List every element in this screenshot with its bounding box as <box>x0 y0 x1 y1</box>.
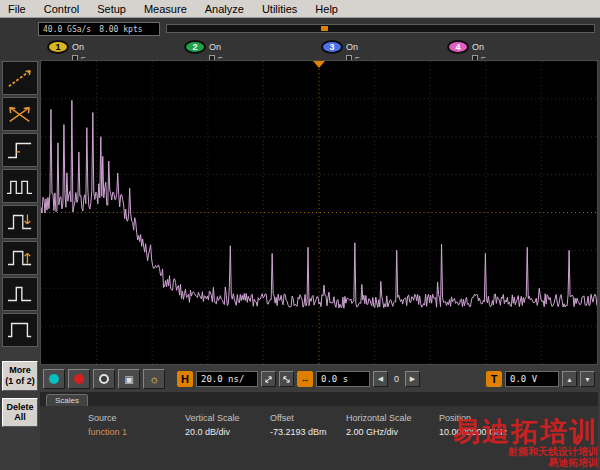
delay-field[interactable]: 0.0 s <box>316 371 370 387</box>
sample-rate-value: 40.0 GSa/s <box>43 25 91 34</box>
more-button[interactable]: More (1 of 2) <box>2 361 38 391</box>
spectrum-trace <box>41 61 597 364</box>
timebase-field[interactable]: 20.0 ns/ <box>196 371 258 387</box>
dual-arrow-tool-icon[interactable] <box>2 97 38 131</box>
tab-scales[interactable]: Scales <box>46 394 88 406</box>
channel-1-button[interactable]: 1 <box>48 41 68 53</box>
trigger-badge: T <box>486 371 502 387</box>
channel-2-group: 2 On ⌐ <box>185 41 223 62</box>
trigger-up-button[interactable]: ▲ <box>562 371 577 387</box>
timebase-compress-button[interactable] <box>279 371 294 387</box>
trigger-down-button[interactable]: ▼ <box>580 371 595 387</box>
channel-2-button[interactable]: 2 <box>185 41 205 53</box>
channel-4-button[interactable]: 4 <box>448 41 468 53</box>
header-position: Position <box>439 413 598 423</box>
window-icon: ▣ <box>124 374 133 385</box>
ramp-tool-icon[interactable] <box>2 61 38 95</box>
menu-file[interactable]: File <box>8 3 26 15</box>
timebase-expand-button[interactable] <box>261 371 276 387</box>
touch-button[interactable] <box>43 369 65 389</box>
result-offset: -73.2193 dBm <box>270 427 346 437</box>
menu-help[interactable]: Help <box>315 3 338 15</box>
stop-button[interactable] <box>93 369 115 389</box>
channel-3-state: On <box>346 42 358 52</box>
header-vertical-scale: Vertical Scale <box>185 413 270 423</box>
header-offset: Offset <box>270 413 346 423</box>
waveform-display <box>40 60 598 365</box>
screen-capture-button[interactable]: ▣ <box>118 369 140 389</box>
horizontal-position-slider[interactable] <box>166 24 595 33</box>
pulse-down-arrow-tool-icon[interactable] <box>2 205 38 239</box>
result-source: function 1 <box>88 427 185 437</box>
results-panel: Source Vertical Scale Offset Horizontal … <box>40 406 598 470</box>
memory-depth-value: 8.00 kpts <box>99 25 142 34</box>
menu-utilities[interactable]: Utilities <box>262 3 297 15</box>
delay-zero-label: 0 <box>391 374 402 384</box>
delete-all-button[interactable]: Delete All <box>2 398 38 428</box>
menu-measure[interactable]: Measure <box>144 3 187 15</box>
horizontal-arrow-icon: ↔ <box>301 374 310 384</box>
menu-bar: File Control Setup Measure Analyze Utili… <box>0 0 600 18</box>
brightness-icon: ☼ <box>149 373 159 385</box>
channel-4-group: 4 On ⌐ <box>448 41 486 62</box>
channel-1-state: On <box>72 42 84 52</box>
menu-control[interactable]: Control <box>44 3 79 15</box>
results-tab-row: Scales <box>40 392 598 406</box>
record-button[interactable] <box>68 369 90 389</box>
horizontal-badge: H <box>177 371 193 387</box>
channel-2-state: On <box>209 42 221 52</box>
menu-analyze[interactable]: Analyze <box>205 3 244 15</box>
delay-right-button[interactable]: ▶ <box>405 371 420 387</box>
pulse-pair-tool-icon[interactable] <box>2 169 38 203</box>
trigger-level-field[interactable]: 0.0 V <box>505 371 559 387</box>
wide-pulse-tool-icon[interactable] <box>2 313 38 347</box>
left-toolbar: More (1 of 2) Delete All <box>0 60 40 470</box>
menu-setup[interactable]: Setup <box>97 3 126 15</box>
delay-left-button[interactable]: ◀ <box>373 371 388 387</box>
acquisition-readout: 40.0 GSa/s 8.00 kpts <box>38 22 160 36</box>
teal-circle-icon <box>49 374 59 384</box>
bottom-toolbar: ▣ ☼ H 20.0 ns/ ↔ 0.0 s ◀ 0 ▶ T 0.0 V ▲ ▼ <box>40 366 598 392</box>
header-horizontal-scale: Horizontal Scale <box>346 413 439 423</box>
circle-outline-icon <box>99 374 109 384</box>
result-horizontal-scale: 2.00 GHz/div <box>346 427 439 437</box>
pulse-up-arrow-tool-icon[interactable] <box>2 241 38 275</box>
trigger-position-marker <box>313 61 325 68</box>
channel-1-group: 1 On ⌐ <box>48 41 86 62</box>
oscilloscope-screen: File Control Setup Measure Analyze Utili… <box>0 0 600 470</box>
result-position: 10.0000000 GHz <box>439 427 598 437</box>
pulse-tool-icon[interactable] <box>2 277 38 311</box>
clear-display-button[interactable]: ☼ <box>143 369 165 389</box>
channel-4-state: On <box>472 42 484 52</box>
slider-position-marker[interactable] <box>321 26 328 31</box>
delay-badge: ↔ <box>297 371 313 387</box>
record-circle-icon <box>74 374 84 384</box>
result-vertical-scale: 20.0 dB/div <box>185 427 270 437</box>
rising-edge-tool-icon[interactable] <box>2 133 38 167</box>
channel-3-button[interactable]: 3 <box>322 41 342 53</box>
channel-3-group: 3 On ⌐ <box>322 41 360 62</box>
header-source: Source <box>88 413 185 423</box>
